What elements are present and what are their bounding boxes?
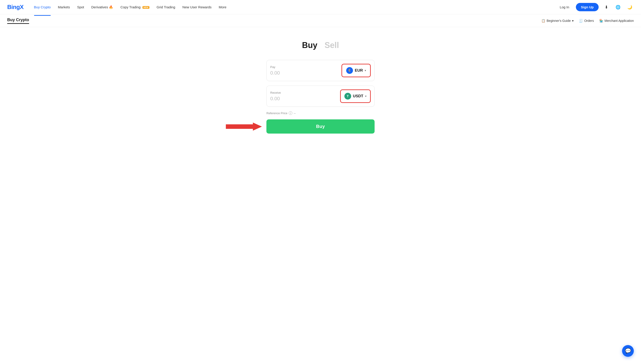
pay-input-group: Pay 0.00 € EUR ▾ bbox=[266, 60, 375, 81]
copy-trading-badge: NEW bbox=[143, 6, 149, 9]
receive-input-left: Receive 0.00 bbox=[270, 91, 340, 102]
pay-currency-chevron-icon: ▾ bbox=[365, 69, 366, 72]
download-icon[interactable]: ⬇ bbox=[602, 3, 610, 11]
beginners-guide-link[interactable]: 📋 Beginner's Guide ▾ bbox=[541, 19, 574, 22]
nav-item-markets[interactable]: Markets bbox=[55, 4, 73, 11]
sub-header-title: Buy Crypto bbox=[7, 18, 29, 24]
red-arrow-indicator bbox=[226, 122, 262, 131]
nav-links: Buy Crypto Markets Spot Derivatives 🔥 Co… bbox=[31, 4, 557, 11]
receive-currency-name: USDT bbox=[353, 94, 363, 98]
orders-link[interactable]: 🧾 Orders bbox=[579, 19, 594, 22]
receive-currency-selector[interactable]: T USDT ▾ bbox=[340, 90, 371, 103]
login-button[interactable]: Log In bbox=[557, 4, 572, 11]
receive-currency-chevron-icon: ▾ bbox=[365, 94, 366, 98]
merchant-icon: 🏪 bbox=[599, 19, 603, 22]
receive-input-group: Receive 0.00 T USDT ▾ bbox=[266, 86, 375, 107]
navbar: BingX Buy Crypto Markets Spot Derivative… bbox=[0, 0, 641, 14]
language-icon[interactable]: 🌐 bbox=[614, 3, 622, 11]
nav-item-derivatives[interactable]: Derivatives 🔥 bbox=[88, 4, 116, 11]
theme-toggle-icon[interactable]: 🌙 bbox=[626, 3, 634, 11]
nav-item-new-user-rewards[interactable]: New User Rewards bbox=[179, 4, 215, 11]
nav-item-grid-trading[interactable]: Grid Trading bbox=[154, 4, 179, 11]
ref-price-value: -- bbox=[294, 112, 296, 115]
svg-marker-0 bbox=[226, 122, 262, 131]
trade-form: Pay 0.00 € EUR ▾ Receive 0.00 T USDT ▾ R… bbox=[266, 60, 375, 134]
nav-item-copy-trading[interactable]: Copy Trading NEW bbox=[117, 4, 152, 11]
pay-currency-name: EUR bbox=[355, 68, 363, 73]
ref-price-label: Reference Price bbox=[266, 112, 287, 115]
trade-tabs: Buy Sell bbox=[302, 40, 339, 51]
nav-item-buy-crypto[interactable]: Buy Crypto bbox=[31, 4, 54, 11]
nav-item-more[interactable]: More bbox=[216, 4, 230, 11]
buy-button[interactable]: Buy bbox=[266, 120, 375, 134]
reference-price: Reference Price i -- bbox=[266, 111, 375, 115]
pay-value[interactable]: 0.00 bbox=[270, 70, 341, 76]
merchant-application-link[interactable]: 🏪 Merchant Application bbox=[599, 19, 634, 22]
sub-actions: 📋 Beginner's Guide ▾ 🧾 Orders 🏪 Merchant… bbox=[541, 19, 634, 22]
guide-icon: 📋 bbox=[541, 19, 545, 22]
receive-label: Receive bbox=[270, 91, 340, 94]
nav-right: Log In Sign Up ⬇ 🌐 🌙 bbox=[557, 3, 634, 11]
sub-header: Buy Crypto 📋 Beginner's Guide ▾ 🧾 Orders… bbox=[0, 14, 641, 27]
signup-button[interactable]: Sign Up bbox=[576, 3, 599, 11]
logo[interactable]: BingX bbox=[7, 4, 24, 10]
logo-text: BingX bbox=[7, 4, 24, 10]
guide-chevron-icon: ▾ bbox=[572, 19, 574, 22]
buy-tab[interactable]: Buy bbox=[302, 40, 317, 51]
ref-price-info-icon[interactable]: i bbox=[289, 111, 292, 115]
nav-item-spot[interactable]: Spot bbox=[74, 4, 87, 11]
sell-tab[interactable]: Sell bbox=[325, 40, 339, 51]
chat-button[interactable]: 💬 bbox=[622, 345, 634, 357]
pay-input-left: Pay 0.00 bbox=[270, 65, 341, 76]
pay-currency-selector[interactable]: € EUR ▾ bbox=[341, 64, 371, 77]
buy-button-container: Buy bbox=[266, 120, 375, 134]
main-content: Buy Sell Pay 0.00 € EUR ▾ Receive 0.00 T bbox=[0, 27, 641, 152]
receive-value[interactable]: 0.00 bbox=[270, 96, 340, 102]
eur-icon: € bbox=[346, 67, 353, 74]
pay-label: Pay bbox=[270, 65, 341, 69]
arrow-svg bbox=[226, 122, 262, 131]
orders-icon: 🧾 bbox=[579, 19, 583, 22]
usdt-icon: T bbox=[344, 93, 351, 100]
